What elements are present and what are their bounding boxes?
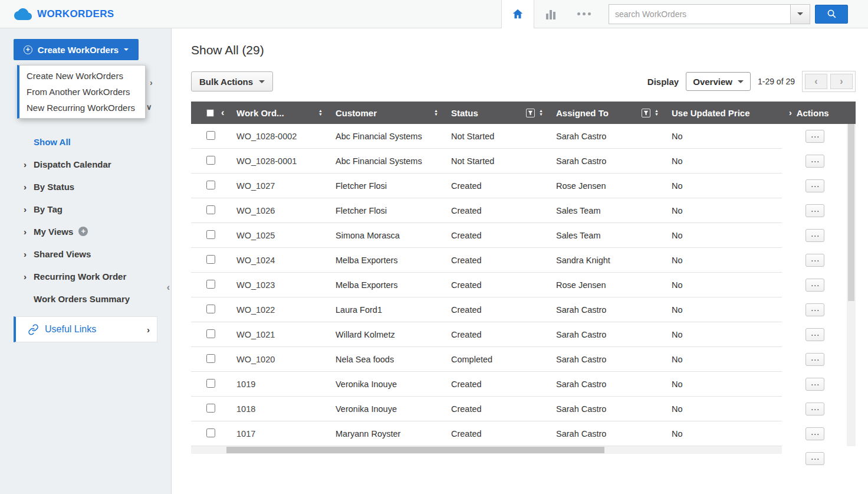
- display-mode-value: Overview: [693, 77, 732, 87]
- sidebar-collapse-handle[interactable]: ‹: [167, 282, 170, 293]
- table-row[interactable]: WO_1020 Nela Sea foods Completed Sarah C…: [191, 347, 782, 372]
- row-actions-button[interactable]: ⋯: [805, 378, 824, 391]
- useful-links-item[interactable]: Useful Links ›: [14, 316, 157, 342]
- table-row[interactable]: WO_1024 Melba Exporters Created Sandra K…: [191, 248, 782, 273]
- display-mode-dropdown[interactable]: Overview: [686, 72, 751, 91]
- add-view-icon[interactable]: +: [78, 227, 88, 236]
- caret-down-icon: [259, 80, 265, 83]
- create-workorders-label: Create WorkOrders: [38, 45, 119, 55]
- row-checkbox[interactable]: [206, 255, 215, 264]
- sidebar-item-label: Shared Views: [34, 249, 91, 259]
- row-checkbox[interactable]: [206, 404, 215, 413]
- vertical-scrollbar[interactable]: [847, 124, 856, 446]
- collapse-column-icon[interactable]: ‹: [221, 107, 224, 118]
- row-actions-button[interactable]: ⋯: [805, 452, 824, 465]
- create-menu-item[interactable]: From Another WorkOrders: [19, 84, 145, 100]
- table-row[interactable]: 1019 Veronika Inouye Created Sarah Castr…: [191, 372, 782, 397]
- row-actions-button[interactable]: ⋯: [805, 303, 824, 316]
- vertical-scrollbar-thumb[interactable]: [848, 124, 854, 301]
- filter-icon[interactable]: [526, 109, 535, 117]
- row-actions-button[interactable]: ⋯: [805, 179, 824, 192]
- cell-status: Created: [444, 206, 549, 215]
- row-actions-button[interactable]: ⋯: [805, 254, 824, 267]
- obscured-dropdown-caret-icon[interactable]: ∨: [146, 103, 152, 112]
- table-row[interactable]: WO_1021 Willard Kolmetz Created Sarah Ca…: [191, 322, 782, 347]
- row-actions-button[interactable]: ⋯: [805, 229, 824, 242]
- row-actions-cell: ⋯: [782, 149, 847, 174]
- toolbar: Bulk Actions Display Overview 1-29 of 29…: [191, 71, 856, 92]
- row-actions-button[interactable]: ⋯: [805, 328, 824, 341]
- header-status: Status ▲▼: [444, 102, 549, 124]
- sort-icon[interactable]: ▲▼: [655, 109, 659, 116]
- table-row[interactable]: WO_1027 Fletcher Flosi Created Rose Jens…: [191, 174, 782, 198]
- create-menu-item[interactable]: Create New WorkOrders: [19, 68, 145, 84]
- sidebar-item-my-views[interactable]: › My Views +: [0, 220, 171, 243]
- bar-chart-icon: [545, 9, 557, 19]
- table-row[interactable]: WO_1022 Laura Ford1 Created Sarah Castro…: [191, 297, 782, 322]
- row-checkbox[interactable]: [206, 305, 215, 313]
- row-select-cell: [191, 230, 229, 241]
- more-apps-button[interactable]: [567, 12, 600, 15]
- row-actions-button[interactable]: ⋯: [805, 204, 824, 217]
- row-actions-cell: ⋯: [782, 198, 847, 223]
- home-button[interactable]: [501, 0, 534, 28]
- row-actions-button[interactable]: ⋯: [805, 130, 824, 143]
- table-row[interactable]: WO_1025 Simona Morasca Created Sales Tea…: [191, 223, 782, 248]
- bulk-actions-button[interactable]: Bulk Actions: [191, 71, 273, 91]
- sort-icon[interactable]: ▲▼: [434, 109, 438, 116]
- create-menu-item[interactable]: New Recurring WorkOrders: [19, 100, 145, 116]
- prev-page-button[interactable]: ‹: [805, 74, 827, 89]
- sidebar-item-by-status[interactable]: › By Status +: [0, 175, 171, 198]
- row-checkbox[interactable]: [206, 205, 215, 214]
- create-workorders-button[interactable]: + Create WorkOrders: [14, 39, 139, 60]
- sort-icon[interactable]: ▲▼: [318, 109, 323, 116]
- search-scope-dropdown[interactable]: [790, 4, 810, 24]
- row-checkbox[interactable]: [206, 379, 215, 388]
- cell-work-order: WO_1020: [229, 355, 328, 364]
- row-checkbox[interactable]: [206, 181, 215, 189]
- chevron-right-icon: ›: [24, 182, 34, 191]
- search-button[interactable]: [815, 5, 848, 24]
- next-page-button[interactable]: ›: [830, 74, 853, 89]
- table-row[interactable]: WO_1028-0001 Abc Financial Systems Not S…: [191, 149, 782, 174]
- row-actions-button[interactable]: ⋯: [805, 403, 824, 416]
- table-row[interactable]: 1018 Veronika Inouye Created Sarah Castr…: [191, 397, 782, 421]
- row-actions-button[interactable]: ⋯: [805, 155, 824, 168]
- sidebar-item-dispatch-calendar[interactable]: › Dispatch Calendar +: [0, 153, 171, 175]
- sidebar-item-shared-views[interactable]: › Shared Views +: [0, 243, 171, 265]
- reports-button[interactable]: [534, 0, 567, 28]
- sidebar-item-work-orders-summary[interactable]: › Work Orders Summary +: [0, 287, 171, 310]
- table-row[interactable]: WO_1028-0002 Abc Financial Systems Not S…: [191, 124, 782, 149]
- table-row[interactable]: 1017 Maryann Royster Created Sarah Castr…: [191, 421, 782, 446]
- row-checkbox[interactable]: [206, 280, 215, 289]
- horizontal-scrollbar-thumb[interactable]: [226, 447, 604, 453]
- header-assigned-to: Assigned To ▲▼: [549, 102, 665, 124]
- row-checkbox[interactable]: [206, 329, 215, 338]
- row-actions-button[interactable]: ⋯: [805, 353, 824, 366]
- row-select-cell: [191, 181, 229, 191]
- row-checkbox[interactable]: [206, 354, 215, 363]
- select-all-checkbox[interactable]: [206, 109, 214, 117]
- sidebar-item-by-tag[interactable]: › By Tag +: [0, 198, 171, 220]
- filter-icon[interactable]: [642, 109, 650, 117]
- row-checkbox[interactable]: [206, 131, 215, 140]
- row-checkbox[interactable]: [206, 428, 215, 437]
- obscured-row-chevron-icon[interactable]: ›: [150, 78, 153, 87]
- search-input[interactable]: [609, 4, 790, 24]
- row-actions-button[interactable]: ⋯: [805, 427, 824, 440]
- cell-work-order: WO_1024: [229, 256, 328, 265]
- chevron-right-icon: ›: [24, 160, 34, 169]
- table-row[interactable]: WO_1023 Melba Exporters Created Rose Jen…: [191, 273, 782, 297]
- table-row[interactable]: WO_1026 Fletcher Flosi Created Sales Tea…: [191, 198, 782, 223]
- row-checkbox[interactable]: [206, 230, 215, 239]
- cell-work-order: WO_1021: [229, 330, 328, 339]
- horizontal-scrollbar[interactable]: [191, 446, 782, 454]
- row-actions-button[interactable]: ⋯: [805, 279, 824, 292]
- sidebar-item-recurring-work-order[interactable]: › Recurring Work Order +: [0, 265, 171, 287]
- cell-use-updated-price: No: [665, 156, 782, 166]
- sidebar-item-show-all[interactable]: › Show All +: [0, 130, 171, 153]
- expand-actions-icon[interactable]: ›: [789, 108, 792, 117]
- sort-icon[interactable]: ▲▼: [539, 109, 543, 116]
- row-checkbox[interactable]: [206, 156, 215, 165]
- sidebar: + Create WorkOrders › ∨ Create New WorkO…: [0, 28, 172, 494]
